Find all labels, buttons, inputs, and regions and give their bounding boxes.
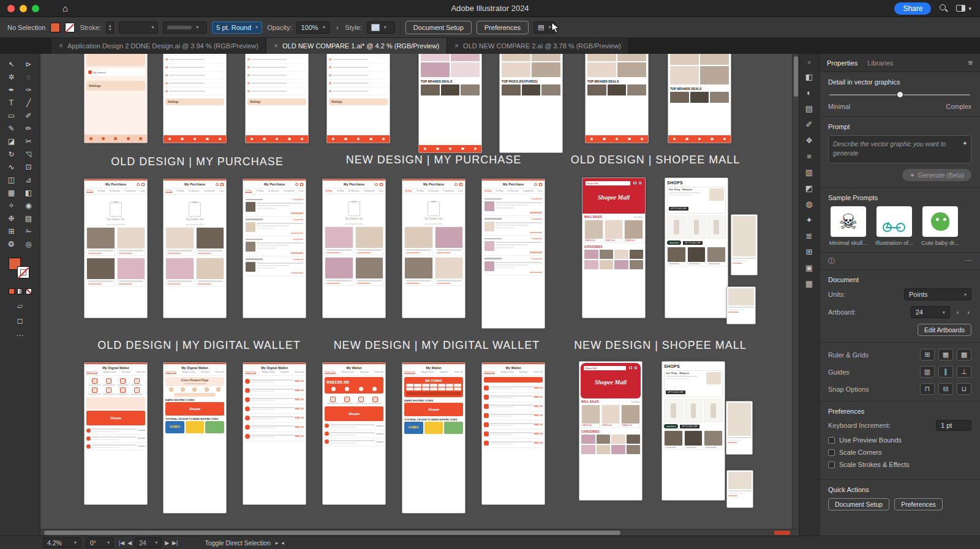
document-tab[interactable]: ×OLD NEW COMPARE 2.ai @ 3.78 % (RGB/Prev… bbox=[447, 38, 629, 54]
vertical-scroll-thumb[interactable] bbox=[794, 56, 798, 97]
snap-to-pixel-button[interactable]: ⊔ bbox=[957, 383, 971, 395]
brushes-panel-icon[interactable]: ✐ bbox=[806, 120, 813, 129]
edit-toolbar-icon[interactable]: ⋯ bbox=[17, 331, 24, 340]
zoom-tool[interactable]: ◎ bbox=[20, 237, 37, 250]
artboard-settings_top[interactable]: My Interest››››››Settings bbox=[326, 54, 390, 143]
artboard-feed_top-from_us[interactable]: FROM US TO YOU, MELTOP PICKS (FEATURED) bbox=[499, 54, 563, 153]
minimize-window-button[interactable] bbox=[20, 5, 27, 12]
shape-builder-tool[interactable]: ◫ bbox=[3, 173, 20, 186]
lock-guides-button[interactable]: ∥ bbox=[938, 366, 953, 378]
swatches-panel-icon[interactable]: ▤ bbox=[805, 104, 813, 113]
horizontal-scroll-thumb[interactable] bbox=[44, 531, 620, 535]
artboard-wallet-home[interactable]: My WalletShopee PayShopee CoinsVouchersD… bbox=[322, 362, 386, 505]
snap-to-point-button[interactable]: ⊟ bbox=[938, 383, 953, 395]
shaper-tool[interactable]: ✏ bbox=[20, 122, 37, 135]
document-tab[interactable]: ×Application Design 2 DONE Design.ai @ 3… bbox=[51, 38, 266, 54]
detail-slider[interactable] bbox=[829, 91, 970, 99]
panel-menu-icon[interactable]: ≡ bbox=[968, 58, 973, 67]
color-mode-solid[interactable] bbox=[9, 288, 15, 294]
document-setup-button[interactable]: Document Setup bbox=[405, 21, 472, 34]
preferences-button[interactable]: Preferences bbox=[477, 21, 529, 34]
checkbox-scale-strokes-effects[interactable]: Scale Strokes & Effects bbox=[828, 461, 971, 468]
selection-tool[interactable]: ↖ bbox=[3, 58, 20, 70]
snap-to-grid-button[interactable]: ⊓ bbox=[920, 383, 935, 395]
tab-close-icon[interactable]: × bbox=[274, 42, 278, 50]
align-options-dropdown[interactable]: ▤▾ bbox=[533, 21, 555, 34]
close-window-button[interactable] bbox=[7, 5, 15, 12]
status-next-icon[interactable]: ▸ bbox=[276, 540, 279, 546]
stroke-weight-stepper[interactable]: ▲▼ bbox=[106, 21, 114, 34]
slider-knob[interactable] bbox=[897, 91, 903, 98]
canvas[interactable]: OLD DESIGN | MY PURCHASENEW DESIGN | MY … bbox=[40, 54, 799, 536]
artboard-card_small[interactable] bbox=[726, 470, 753, 508]
next-artboard-button[interactable]: ▶ bbox=[165, 540, 169, 546]
symbol-sprayer-tool[interactable]: ❉ bbox=[3, 212, 20, 225]
transparency-panel-icon[interactable]: ◩ bbox=[805, 184, 813, 193]
direct-selection-tool[interactable]: ⊳ bbox=[20, 58, 37, 70]
pencil-tool[interactable]: ✎ bbox=[3, 122, 20, 135]
artboard-card_small[interactable] bbox=[726, 401, 753, 455]
width-tool[interactable]: ∿ bbox=[3, 160, 20, 173]
sample-prompt-skull[interactable]: ☠Minimal skull... bbox=[828, 206, 869, 246]
smart-guides-button[interactable]: ⊥ bbox=[957, 366, 971, 378]
show-grid-button[interactable]: ▦ bbox=[938, 349, 953, 360]
asset-export-panel-icon[interactable]: ▣ bbox=[805, 263, 813, 272]
artboard-wallet-coins[interactable]: My Digital WalletShopee PayShopee CoinsV… bbox=[163, 362, 227, 514]
checkbox-box[interactable] bbox=[828, 437, 835, 444]
stroke-weight-dropdown[interactable]: ▾ bbox=[119, 21, 158, 34]
artboard-wallet-vouchers[interactable]: My Digital WalletShopee PayShopee CoinsV… bbox=[243, 362, 306, 505]
quick-action-document-setup[interactable]: Document Setup bbox=[828, 498, 889, 510]
search-icon[interactable] bbox=[940, 4, 948, 12]
slice-tool[interactable]: ✁ bbox=[20, 225, 37, 237]
mesh-tool[interactable]: ▦ bbox=[3, 186, 20, 199]
gradient-panel-icon[interactable]: ▥ bbox=[805, 168, 813, 177]
tab-properties[interactable]: Properties bbox=[827, 59, 858, 67]
quick-action-preferences[interactable]: Preferences bbox=[894, 498, 943, 510]
previous-artboard-button[interactable]: ◀ bbox=[127, 540, 132, 546]
artboard-purchase-orders[interactable]: My PurchaseTo PayTo ShipTo ReceiveComple… bbox=[243, 179, 306, 318]
artboard-purchase-empty[interactable]: My PurchaseTo PayTo ShipTo ReceiveComple… bbox=[402, 179, 466, 318]
horizontal-scrollbar[interactable] bbox=[40, 529, 799, 536]
checkbox-box[interactable] bbox=[828, 449, 835, 456]
artboard-purchase-empty[interactable]: My PurchaseTo PayTo ShipTo ReceiveComple… bbox=[322, 179, 386, 318]
artboard-purchase-orders[interactable]: My PurchaseTo PayTo ShipTo ReceiveComple… bbox=[481, 179, 545, 329]
artboard-settings_top[interactable]: My Interest››››››Settings bbox=[163, 54, 227, 143]
sample-prompt-bicycle[interactable]: Illustration of... bbox=[874, 206, 914, 246]
checkbox-scale-corners[interactable]: Scale Corners bbox=[828, 449, 971, 456]
artboard-wallet-vouchers[interactable]: My WalletShopee PayShopee CoinsVouchersD… bbox=[481, 362, 545, 505]
fill-color-swatch[interactable] bbox=[50, 23, 60, 32]
artboard-mall_shops[interactable]: SHOPSOne Thing _ MalaysiaUP TO 50% OFFin… bbox=[665, 177, 728, 318]
artboard-feed_top-might_like[interactable]: YOU MIGHT LIKETOP BRANDS DEALS bbox=[418, 54, 482, 153]
rotate-tool[interactable]: ↻ bbox=[3, 148, 20, 160]
artboard-wallet_top[interactable]: My Digital WalletMy InterestSettings bbox=[84, 54, 148, 143]
home-icon[interactable]: ⌂ bbox=[62, 3, 68, 13]
pen-tool[interactable]: ✒ bbox=[3, 83, 20, 96]
gradient-tool[interactable]: ◧ bbox=[20, 186, 37, 199]
variable-width-dropdown[interactable]: ▾ bbox=[163, 21, 207, 34]
scissors-tool[interactable]: ✂ bbox=[20, 135, 37, 148]
info-icon[interactable]: ⓘ bbox=[828, 256, 835, 266]
screen-mode-icon[interactable]: ◻ bbox=[17, 316, 23, 325]
expand-panels-icon[interactable]: « bbox=[807, 59, 811, 65]
artboards-panel-icon[interactable]: ⊞ bbox=[806, 247, 813, 256]
more-options-chevron[interactable]: › bbox=[334, 24, 341, 31]
magic-wand-icon[interactable]: ✦ bbox=[962, 139, 968, 149]
artboard-feed_top-top_brands[interactable]: TOP BRANDS DEALSTOP BRANDS DEALS bbox=[585, 54, 649, 143]
artboard-number-dropdown[interactable]: 24▾ bbox=[135, 537, 162, 548]
prompt-input[interactable]: Describe the vector graphic you want to … bbox=[828, 135, 971, 163]
brush-definition-dropdown[interactable]: 5 pt. Round▾ bbox=[212, 21, 262, 34]
column-graph-tool[interactable]: ▤ bbox=[20, 212, 37, 225]
style-dropdown[interactable]: ▾ bbox=[367, 21, 395, 34]
document-tab[interactable]: ×OLD NEW COMPARE 1.ai* @ 4.2 % (RGB/Prev… bbox=[266, 38, 447, 54]
show-transparency-grid-button[interactable]: ▩ bbox=[957, 349, 971, 360]
scale-tool[interactable]: ◹ bbox=[20, 148, 37, 160]
generate-button[interactable]: ✦Generate (Beta) bbox=[902, 169, 971, 181]
free-transform-tool[interactable]: ⊡ bbox=[20, 160, 37, 173]
artboard-purchase-empty[interactable]: My PurchaseTo PayTo ShipTo ReceiveComple… bbox=[163, 179, 227, 318]
line-segment-tool[interactable]: ╱ bbox=[20, 96, 37, 109]
magic-wand-tool[interactable]: ✲ bbox=[3, 70, 20, 83]
keyboard-increment-input[interactable]: 1 pt bbox=[936, 420, 971, 431]
stroke-panel-icon[interactable]: ≡ bbox=[807, 152, 812, 161]
more-options-icon[interactable]: ⋯ bbox=[965, 256, 971, 266]
lasso-tool[interactable]: ◌ bbox=[20, 70, 37, 83]
